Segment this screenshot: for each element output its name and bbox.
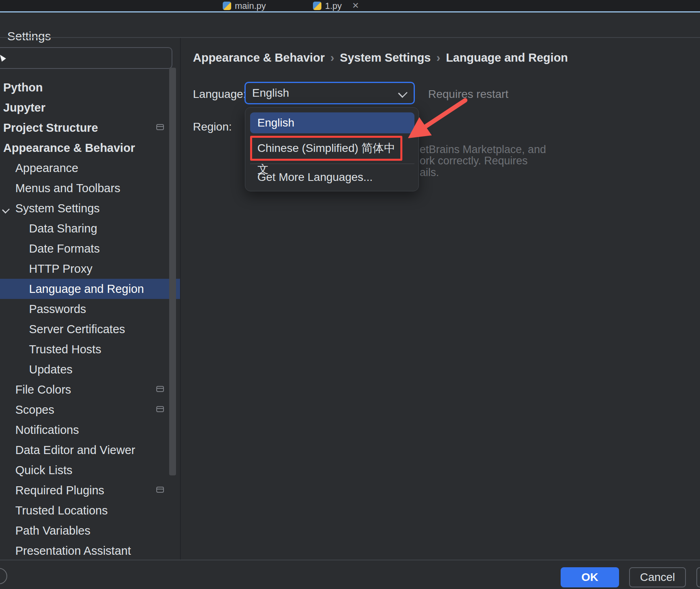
sidebar-item-label: Menus and Toolbars bbox=[15, 182, 120, 195]
sidebar-item-updates[interactable]: Updates bbox=[0, 359, 180, 380]
breadcrumb-item[interactable]: Appearance & Behavior bbox=[193, 51, 325, 64]
sidebar-item-label: Python bbox=[3, 81, 43, 94]
sidebar-item-label: Trusted Hosts bbox=[29, 343, 101, 356]
sidebar-item-menus-and-toolbars[interactable]: Menus and Toolbars bbox=[0, 178, 180, 198]
sidebar-item-label: Appearance & Behavior bbox=[3, 141, 135, 155]
sidebar-item-label: Server Certificates bbox=[29, 323, 125, 336]
editor-tab-1-py[interactable]: 1.py bbox=[313, 0, 342, 11]
dropdown-option-get-more-languages[interactable]: Get More Languages... bbox=[250, 167, 414, 188]
apply-button-partial[interactable] bbox=[696, 567, 700, 587]
project-window-icon bbox=[156, 406, 164, 412]
sidebar-item-label: Project Structure bbox=[3, 121, 98, 135]
sidebar-item-project-structure[interactable]: Project Structure bbox=[0, 118, 180, 138]
sidebar-item-python[interactable]: Python bbox=[0, 77, 180, 97]
cancel-button[interactable]: Cancel bbox=[629, 567, 686, 587]
sidebar-item-jupyter[interactable]: Jupyter bbox=[0, 97, 180, 118]
sidebar-item-label: Jupyter bbox=[3, 101, 46, 114]
sidebar-item-appearance[interactable]: Appearance bbox=[0, 158, 180, 178]
sidebar-item-label: Path Variables bbox=[15, 524, 90, 537]
sidebar-item-label: Passwords bbox=[29, 303, 86, 316]
settings-window: main.py 1.py ✕ Settings PythonJupyterPro… bbox=[0, 0, 700, 589]
ok-button[interactable]: OK bbox=[561, 567, 619, 587]
language-label: Language: bbox=[193, 88, 246, 101]
sidebar-item-label: Required Plugins bbox=[15, 484, 104, 497]
sidebar-item-label: Appearance bbox=[15, 162, 78, 175]
sidebar-item-language-and-region[interactable]: Language and Region bbox=[0, 279, 180, 299]
python-file-icon bbox=[223, 2, 231, 10]
sidebar-item-label: Trusted Locations bbox=[15, 504, 108, 517]
sidebar-item-label: HTTP Proxy bbox=[29, 262, 92, 276]
tab-close-icon[interactable]: ✕ bbox=[352, 0, 359, 11]
sidebar-item-label: Data Sharing bbox=[29, 222, 97, 235]
project-window-icon bbox=[156, 124, 164, 130]
sidebar-item-notifications[interactable]: Notifications bbox=[0, 420, 180, 440]
region-label: Region: bbox=[193, 120, 232, 133]
sidebar-item-label: System Settings bbox=[15, 202, 100, 215]
header-divider bbox=[0, 37, 700, 38]
dialog-header: Settings bbox=[0, 12, 700, 37]
sidebar-item-appearance-behavior[interactable]: Appearance & Behavior bbox=[0, 138, 180, 158]
sidebar-item-presentation-assistant[interactable]: Presentation Assistant bbox=[0, 541, 180, 560]
annotation-highlight-box: Chinese (Simplified) 简体中文 bbox=[250, 136, 402, 161]
editor-tab-main-py[interactable]: main.py bbox=[223, 0, 266, 11]
language-select[interactable]: English bbox=[244, 82, 415, 104]
sidebar-item-label: File Colors bbox=[15, 383, 71, 396]
requires-restart-note: Requires restart bbox=[428, 88, 508, 101]
sidebar-item-file-colors[interactable]: File Colors bbox=[0, 380, 180, 400]
sidebar-item-label: Updates bbox=[29, 363, 72, 376]
sidebar-item-label: Scopes bbox=[15, 403, 54, 417]
settings-search-input[interactable] bbox=[0, 47, 172, 69]
sidebar-item-passwords[interactable]: Passwords bbox=[0, 299, 180, 319]
editor-tab-label: 1.py bbox=[325, 1, 342, 11]
editor-tab-label: main.py bbox=[235, 1, 266, 11]
popup-separator bbox=[250, 164, 414, 164]
sidebar-item-trusted-hosts[interactable]: Trusted Hosts bbox=[0, 339, 180, 359]
sidebar-list: PythonJupyterProject StructureAppearance… bbox=[0, 77, 180, 560]
breadcrumb-item[interactable]: System Settings bbox=[340, 51, 431, 64]
footer-divider bbox=[0, 560, 700, 560]
dropdown-option-english[interactable]: English bbox=[250, 112, 414, 133]
sidebar-item-server-certificates[interactable]: Server Certificates bbox=[0, 319, 180, 339]
chevron-down-icon[interactable] bbox=[2, 206, 10, 214]
sidebar-item-date-formats[interactable]: Date Formats bbox=[0, 239, 180, 259]
hint-text-fragment: ork correctly. Requires bbox=[420, 155, 528, 167]
sidebar-item-label: Date Formats bbox=[29, 242, 100, 255]
breadcrumb-separator-icon: › bbox=[330, 51, 334, 64]
sidebar-item-system-settings[interactable]: System Settings bbox=[0, 198, 180, 218]
sidebar-item-label: Notifications bbox=[15, 423, 79, 437]
sidebar-divider bbox=[180, 38, 181, 560]
sidebar-item-data-editor-and-viewer[interactable]: Data Editor and Viewer bbox=[0, 440, 180, 460]
sidebar-scrollbar[interactable] bbox=[169, 68, 176, 475]
sidebar-item-required-plugins[interactable]: Required Plugins bbox=[0, 480, 180, 500]
chevron-down-icon bbox=[398, 88, 408, 98]
sidebar-item-trusted-locations[interactable]: Trusted Locations bbox=[0, 500, 180, 521]
sidebar-item-http-proxy[interactable]: HTTP Proxy bbox=[0, 259, 180, 279]
editor-tab-strip: main.py 1.py ✕ bbox=[0, 0, 700, 11]
python-file-icon bbox=[313, 2, 321, 10]
sidebar-item-label: Language and Region bbox=[29, 282, 144, 296]
project-window-icon bbox=[156, 386, 164, 392]
sidebar-item-label: Data Editor and Viewer bbox=[15, 444, 135, 457]
sidebar-item-data-sharing[interactable]: Data Sharing bbox=[0, 218, 180, 239]
hint-text-fragment: etBrains Marketplace, and bbox=[420, 144, 546, 156]
sidebar-item-quick-lists[interactable]: Quick Lists bbox=[0, 460, 180, 480]
language-select-value: English bbox=[252, 83, 289, 103]
help-button[interactable] bbox=[0, 568, 7, 584]
sidebar-item-scopes[interactable]: Scopes bbox=[0, 400, 180, 420]
breadcrumb-separator-icon: › bbox=[436, 51, 440, 64]
language-dropdown-popup: English Chinese (Simplified) 简体中文 Get Mo… bbox=[245, 107, 419, 191]
breadcrumb-item[interactable]: Language and Region bbox=[446, 51, 568, 64]
sidebar-item-label: Quick Lists bbox=[15, 464, 72, 477]
breadcrumb: Appearance & Behavior › System Settings … bbox=[193, 51, 568, 64]
dialog-title: Settings bbox=[7, 29, 51, 43]
sidebar-item-path-variables[interactable]: Path Variables bbox=[0, 521, 180, 541]
hint-text-fragment: ails. bbox=[420, 167, 439, 178]
sidebar-item-label: Presentation Assistant bbox=[15, 544, 131, 558]
project-window-icon bbox=[156, 487, 164, 493]
